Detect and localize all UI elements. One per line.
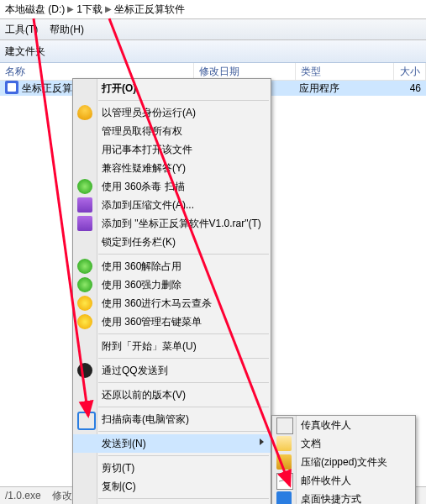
menu-item[interactable]: 以管理员身份运行(A) (73, 103, 271, 122)
menu-separator (98, 358, 269, 359)
fax-icon (276, 417, 293, 434)
menu-item-label: 通过QQ发送到 (102, 365, 168, 376)
360-icon (77, 179, 92, 194)
mail-icon (276, 473, 293, 490)
menu-separator (98, 407, 269, 407)
menu-item[interactable]: 添加到压缩文件(A)... (73, 196, 271, 214)
menubar-tools[interactable]: 工具(T) (5, 21, 38, 38)
360-icon (77, 259, 92, 274)
menu-separator (98, 455, 269, 456)
qq-icon (77, 363, 92, 378)
yell-icon (77, 314, 92, 329)
menu-item-label: 文档 (301, 438, 321, 449)
tencent-icon (77, 412, 96, 430)
menu-item-label: 用记事本打开该文件 (102, 144, 192, 155)
yell-icon (77, 296, 92, 311)
menu-item[interactable]: 使用 360解除占用 (73, 257, 271, 276)
menubar-help[interactable]: 帮助(H) (50, 21, 84, 38)
menu-item-label: 复制(C) (102, 480, 136, 492)
menu-item[interactable]: 剪切(T) (73, 459, 271, 477)
chevron-right-icon: ▶ (105, 0, 112, 18)
menu-item[interactable]: 使用 360管理右键菜单 (73, 312, 271, 331)
menu-item[interactable]: 通过QQ发送到 (73, 361, 271, 380)
breadcrumb-drive[interactable]: 本地磁盘 (D:) (5, 0, 65, 18)
menu-item-label: 桌面快捷方式 (301, 493, 361, 504)
toolbar: 建文件夹 (0, 40, 426, 63)
menu-item-label: 压缩(zipped)文件夹 (301, 456, 387, 468)
menu-item[interactable]: 锁定到任务栏(K) (73, 233, 271, 251)
menu-item-label: 邮件收件人 (301, 475, 351, 486)
menu-item-label: 使用 360解除占用 (102, 260, 181, 272)
menu-item[interactable]: 使用 360进行木马云查杀 (73, 294, 271, 312)
rar-icon (77, 216, 92, 231)
menu-item[interactable]: 使用 360强力删除 (73, 276, 271, 294)
menu-separator (98, 254, 269, 255)
status-file: /1.0.exe (5, 490, 41, 501)
menubar: 工具(T) 帮助(H) (0, 19, 426, 40)
menu-item[interactable]: 附到「开始」菜单(U) (73, 337, 271, 355)
menu-item[interactable]: 添加到 "坐标正反算软件V1.0.rar"(T) (73, 214, 271, 233)
menu-separator (98, 498, 269, 499)
file-type-cell: 应用程序 (294, 81, 392, 96)
menu-item[interactable]: 桌面快捷方式 (272, 490, 415, 504)
menu-item[interactable]: 兼容性疑难解答(Y) (73, 159, 271, 177)
menu-item-label: 锁定到任务栏(K) (102, 236, 176, 248)
shield-icon (77, 105, 92, 120)
breadcrumb-folder2[interactable]: 坐标正反算软件 (114, 0, 185, 18)
menu-item-label: 使用 360强力删除 (102, 279, 181, 291)
menu-item-label: 还原以前的版本(V) (102, 389, 186, 401)
menu-item-label: 管理员取得所有权 (102, 125, 182, 137)
menu-separator (98, 100, 269, 101)
zip-icon (276, 454, 292, 470)
file-size-cell: 46 (392, 81, 426, 96)
new-folder-button[interactable]: 建文件夹 (5, 45, 45, 57)
menu-item[interactable]: 使用 360杀毒 扫描 (73, 177, 271, 196)
menu-item-label: 扫描病毒(电脑管家) (102, 413, 189, 425)
menu-item-label: 打开(O) (102, 82, 136, 94)
menu-separator (98, 333, 269, 334)
column-size[interactable]: 大小 (394, 63, 426, 80)
menu-item-label: 使用 360管理右键菜单 (102, 316, 202, 328)
chevron-right-icon: ▶ (67, 0, 74, 18)
menu-item-label: 以管理员身份运行(A) (102, 107, 196, 118)
exe-icon (5, 81, 18, 94)
menu-item-label: 附到「开始」菜单(U) (102, 340, 197, 352)
menu-item-label: 使用 360杀毒 扫描 (102, 181, 185, 192)
sendto-submenu: 传真收件人文档压缩(zipped)文件夹邮件收件人桌面快捷方式 (271, 415, 416, 504)
menu-item[interactable]: 压缩(zipped)文件夹 (272, 453, 415, 471)
desk-icon (276, 491, 292, 504)
context-menu: 打开(O)以管理员身份运行(A)管理员取得所有权用记事本打开该文件兼容性疑难解答… (72, 78, 271, 504)
menu-item-label: 传真收件人 (301, 419, 351, 431)
menu-item[interactable]: 打开(O) (73, 79, 271, 97)
menu-item[interactable]: 邮件收件人 (272, 471, 415, 490)
menu-item[interactable]: 用记事本打开该文件 (73, 140, 271, 159)
column-name[interactable]: 名称 (0, 63, 194, 80)
column-date[interactable]: 修改日期 (194, 63, 296, 80)
menu-separator (98, 382, 269, 383)
menu-item-label: 剪切(T) (102, 462, 134, 474)
menu-item-label: 发送到(N) (102, 438, 146, 449)
file-name: 坐标正反算 (22, 82, 72, 94)
breadcrumb[interactable]: 本地磁盘 (D:) ▶ 1下载 ▶ 坐标正反算软件 (0, 0, 426, 19)
menu-item[interactable]: 管理员取得所有权 (73, 122, 271, 140)
360-icon (77, 277, 92, 292)
menu-item[interactable]: 发送到(N) (73, 434, 271, 453)
menu-item-label: 兼容性疑难解答(Y) (102, 162, 186, 174)
menu-item[interactable]: 扫描病毒(电脑管家) (73, 410, 271, 428)
menu-separator (98, 431, 269, 432)
menu-item-label: 使用 360进行木马云查杀 (102, 297, 212, 309)
menu-item-label: 添加到压缩文件(A)... (102, 199, 194, 211)
menu-item-label: 添加到 "坐标正反算软件V1.0.rar"(T) (102, 218, 261, 229)
breadcrumb-folder1[interactable]: 1下载 (76, 0, 103, 18)
rar-icon (77, 197, 92, 213)
menu-item[interactable]: 复制(C) (73, 477, 271, 496)
menu-item[interactable]: 还原以前的版本(V) (73, 386, 271, 404)
menu-item[interactable]: 文档 (272, 434, 415, 453)
doc-icon (276, 436, 292, 451)
menu-item[interactable]: 传真收件人 (272, 416, 415, 434)
column-type[interactable]: 类型 (296, 63, 394, 80)
submenu-arrow-icon (260, 438, 264, 445)
